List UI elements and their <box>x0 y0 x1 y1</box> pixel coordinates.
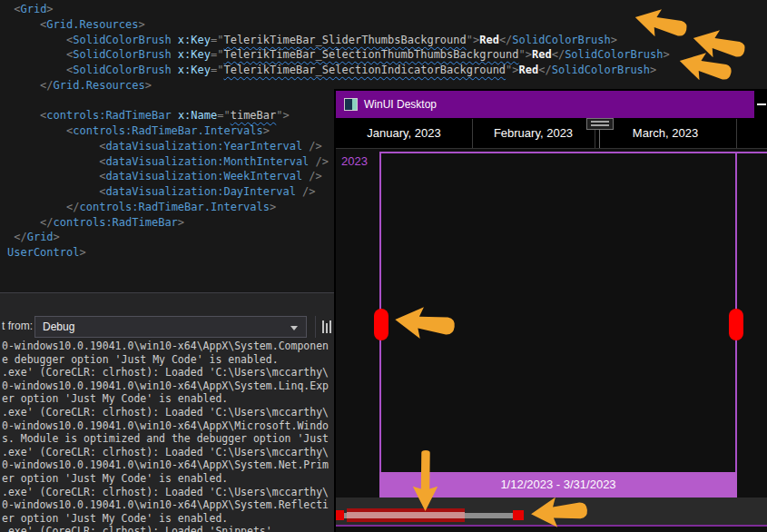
output-source-value: Debug <box>43 320 74 333</box>
winui-desktop-window: WinUI Desktop January, 2023 February, 20… <box>334 89 767 532</box>
month-cell-march[interactable]: March, 2023 <box>595 118 736 149</box>
header-divider <box>336 148 767 149</box>
month-separator <box>736 119 737 148</box>
month-separator <box>472 119 473 148</box>
minimize-icon <box>757 103 766 105</box>
month-cell-january[interactable]: January, 2023 <box>336 118 472 149</box>
toolbar-icon-partial[interactable] <box>321 319 333 335</box>
grip-handle[interactable] <box>586 118 614 130</box>
scrollbar-right-thumb[interactable] <box>513 510 524 520</box>
year-label: 2023 <box>341 154 368 168</box>
minimize-button[interactable] <box>754 91 767 118</box>
timebar-month-header: January, 2023 February, 2023 March, 2023 <box>336 118 767 149</box>
output-pane: t from: Debug 0-windows10.0.19041.0\win1… <box>0 292 334 532</box>
toolbar-separator <box>315 316 316 338</box>
timebar-scrollbar <box>336 498 767 525</box>
grip-stem <box>599 130 600 148</box>
selection-start-thumb[interactable] <box>374 309 388 340</box>
screenshot-root: { "colors": { "title-purple": "#71088c",… <box>0 0 767 532</box>
window-bottom-border <box>336 525 767 527</box>
debug-output-text: 0-windows10.0.19041.0\win10-x64\AppX\Sys… <box>2 340 329 532</box>
window-title: WinUI Desktop <box>364 91 437 118</box>
selection-end-thumb[interactable] <box>729 309 743 340</box>
scrollbar-left-thumb[interactable] <box>336 510 344 520</box>
output-source-dropdown[interactable]: Debug <box>34 316 307 338</box>
selection-range-indicator[interactable]: 1/12/2023 - 3/31/2023 <box>379 472 737 498</box>
month-cell-february[interactable]: February, 2023 <box>472 118 595 149</box>
selection-top-border <box>379 152 767 153</box>
window-titlebar[interactable]: WinUI Desktop <box>336 91 767 118</box>
chevron-down-icon <box>290 326 298 330</box>
scrollbar-selection-range[interactable] <box>347 508 465 522</box>
app-window-icon <box>344 98 358 111</box>
show-output-from-label: t from: <box>2 320 33 332</box>
